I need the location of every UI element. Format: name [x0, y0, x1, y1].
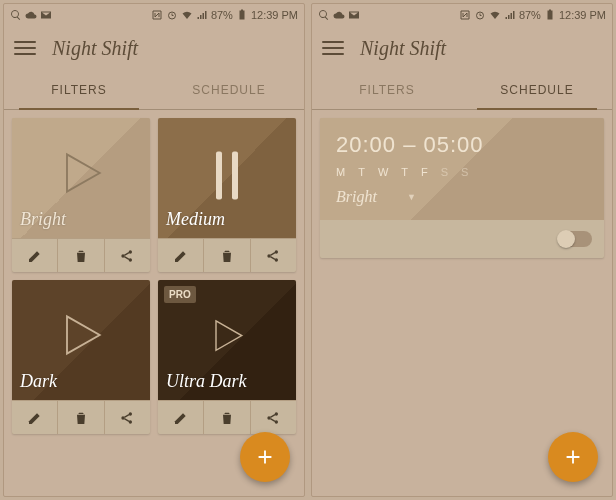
fab-add-schedule[interactable]: [548, 432, 598, 482]
share-button[interactable]: [105, 239, 150, 272]
clock-text: 12:39 PM: [251, 9, 298, 21]
edit-button[interactable]: [158, 239, 204, 272]
share-button[interactable]: [105, 401, 150, 434]
tab-filters[interactable]: FILTERS: [312, 70, 462, 109]
filter-card-medium[interactable]: Medium: [158, 118, 296, 272]
share-button[interactable]: [251, 401, 296, 434]
filter-label: Ultra Dark: [166, 371, 247, 392]
tab-bar: FILTERS SCHEDULE: [312, 70, 612, 110]
filter-card-ultra-dark[interactable]: PRO Ultra Dark: [158, 280, 296, 434]
edit-button[interactable]: [158, 401, 204, 434]
cloud-icon: [333, 9, 345, 21]
pause-icon: [216, 152, 238, 200]
tab-bar: FILTERS SCHEDULE: [4, 70, 304, 110]
chevron-down-icon: ▼: [407, 192, 416, 202]
filter-label: Bright: [20, 209, 66, 230]
schedule-toggle[interactable]: [558, 231, 592, 247]
pro-badge: PRO: [164, 286, 196, 303]
battery-percent: 87%: [211, 9, 233, 21]
delete-button[interactable]: [204, 401, 250, 434]
filters-content: Bright Medium: [4, 110, 304, 496]
edit-button[interactable]: [12, 239, 58, 272]
nfc-icon: [151, 9, 163, 21]
wifi-icon: [181, 9, 193, 21]
tab-schedule[interactable]: SCHEDULE: [462, 70, 612, 109]
phone-left-filters: 87% 12:39 PM Night Shift FILTERS SCHEDUL…: [3, 3, 305, 497]
status-bar: 87% 12:39 PM: [312, 4, 612, 26]
delete-button[interactable]: [58, 401, 104, 434]
plus-icon: [254, 446, 276, 468]
plus-icon: [562, 446, 584, 468]
phone-right-schedule: 87% 12:39 PM Night Shift FILTERS SCHEDUL…: [311, 3, 613, 497]
alarm-icon: [166, 9, 178, 21]
schedule-filter-select[interactable]: Bright ▼: [336, 188, 588, 206]
app-title: Night Shift: [360, 37, 446, 60]
filter-card-dark[interactable]: Dark: [12, 280, 150, 434]
filter-label: Dark: [20, 371, 57, 392]
schedule-card[interactable]: 20:00 – 05:00 M T W T F S S Bright ▼: [320, 118, 604, 258]
menu-icon[interactable]: [14, 37, 36, 59]
mail-icon: [40, 9, 52, 21]
signal-icon: [196, 9, 208, 21]
battery-icon: [236, 9, 248, 21]
delete-button[interactable]: [58, 239, 104, 272]
filter-label: Medium: [166, 209, 225, 230]
nfc-icon: [459, 9, 471, 21]
edit-button[interactable]: [12, 401, 58, 434]
wifi-icon: [489, 9, 501, 21]
schedule-days: M T W T F S S: [336, 166, 588, 178]
share-button[interactable]: [251, 239, 296, 272]
schedule-content: 20:00 – 05:00 M T W T F S S Bright ▼: [312, 110, 612, 496]
app-bar: Night Shift: [312, 26, 612, 70]
status-bar: 87% 12:39 PM: [4, 4, 304, 26]
tab-filters[interactable]: FILTERS: [4, 70, 154, 109]
play-icon: [53, 145, 109, 205]
search-icon: [318, 9, 330, 21]
alarm-icon: [474, 9, 486, 21]
mail-icon: [348, 9, 360, 21]
clock-text: 12:39 PM: [559, 9, 606, 21]
app-title: Night Shift: [52, 37, 138, 60]
fab-add-filter[interactable]: [240, 432, 290, 482]
battery-icon: [544, 9, 556, 21]
tab-schedule[interactable]: SCHEDULE: [154, 70, 304, 109]
menu-icon[interactable]: [322, 37, 344, 59]
delete-button[interactable]: [204, 239, 250, 272]
app-bar: Night Shift: [4, 26, 304, 70]
schedule-time: 20:00 – 05:00: [336, 132, 588, 158]
search-icon: [10, 9, 22, 21]
battery-percent: 87%: [519, 9, 541, 21]
signal-icon: [504, 9, 516, 21]
play-icon: [205, 314, 249, 362]
filter-card-bright[interactable]: Bright: [12, 118, 150, 272]
cloud-icon: [25, 9, 37, 21]
play-icon: [53, 307, 109, 367]
